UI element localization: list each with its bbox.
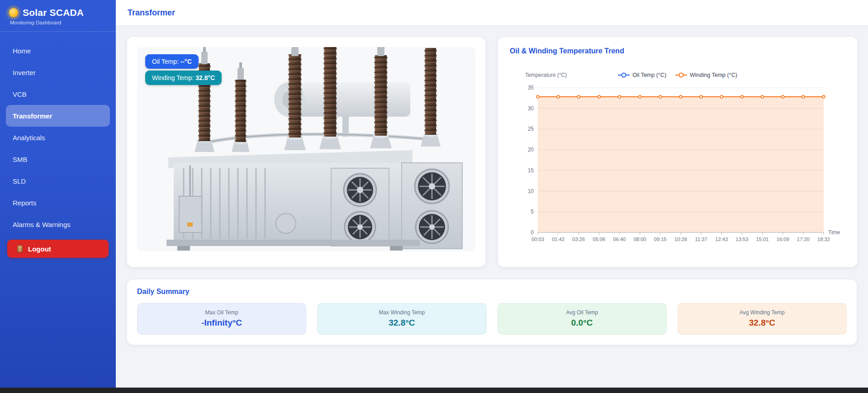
winding-temp-badge-value: 32.8°C — [195, 74, 215, 81]
main-area: Transformer — [116, 0, 868, 388]
stat-value: -Infinity°C — [142, 318, 301, 328]
legend-marker-icon — [618, 72, 630, 78]
winding-temp-badge: Winding Temp: 32.8°C — [145, 71, 222, 85]
temperature-chart: 0510152025303500:0301:4203:2605:0606:400… — [510, 81, 845, 251]
sidebar-item-inverter[interactable]: Inverter — [0, 62, 116, 83]
app-subtitle: Monitoring Dashboard — [10, 20, 107, 25]
daily-summary-title: Daily Summary — [137, 288, 847, 296]
trend-chart-svg: 0510152025303500:0301:4203:2605:0606:400… — [510, 81, 845, 250]
taskbar-strip — [0, 388, 868, 393]
svg-text:5: 5 — [531, 208, 534, 215]
logout-button[interactable]: Logout — [7, 240, 109, 258]
daily-summary-card: Daily Summary Max Oil Temp-Infinity°CMax… — [127, 279, 857, 345]
oil-temp-badge: Oil Temp: --°C — [145, 54, 199, 69]
stat-avg-winding-temp: Avg Winding Temp32.8°C — [678, 303, 847, 335]
temperature-trend-card: Oil & Winding Temperature Trend Temperat… — [498, 37, 858, 267]
svg-text:17:20: 17:20 — [797, 237, 810, 242]
stat-label: Max Oil Temp — [142, 309, 301, 316]
transformer-card: Oil Temp: --°C Winding Temp: 32.8°C — [127, 37, 486, 267]
door-icon — [17, 245, 23, 252]
app-title: Solar SCADA — [23, 7, 84, 18]
svg-text:10:28: 10:28 — [674, 237, 687, 242]
svg-text:09:15: 09:15 — [654, 237, 667, 242]
sun-icon — [9, 8, 18, 17]
sidebar-item-vcb[interactable]: VCB — [0, 83, 116, 105]
svg-text:18:32: 18:32 — [817, 237, 830, 242]
sidebar-item-sld[interactable]: SLD — [0, 170, 116, 192]
svg-text:30: 30 — [528, 105, 534, 112]
svg-text:15:01: 15:01 — [756, 237, 769, 242]
topbar: Transformer — [116, 0, 868, 26]
svg-text:06:40: 06:40 — [613, 237, 626, 242]
sidebar: Solar SCADA Monitoring Dashboard HomeInv… — [0, 0, 116, 388]
svg-text:08:00: 08:00 — [634, 237, 646, 242]
oil-temp-badge-label: Oil Temp: — [152, 58, 180, 65]
sidebar-item-smb[interactable]: SMB — [0, 148, 116, 170]
svg-text:25: 25 — [528, 126, 534, 132]
sidebar-item-home[interactable]: Home — [0, 40, 116, 62]
svg-text:03:26: 03:26 — [572, 237, 585, 242]
sidebar-item-analyticals[interactable]: Analyticals — [0, 127, 116, 148]
svg-text:35: 35 — [528, 85, 534, 91]
svg-text:20: 20 — [528, 147, 534, 153]
svg-text:12:43: 12:43 — [715, 237, 728, 242]
svg-text:01:42: 01:42 — [552, 237, 564, 242]
sidebar-item-reports[interactable]: Reports — [0, 192, 116, 213]
chart-title: Oil & Winding Temperature Trend — [510, 47, 845, 55]
stats-grid: Max Oil Temp-Infinity°CMax Winding Temp3… — [137, 303, 847, 335]
legend-item-oil-temp-c-[interactable]: Oil Temp (°C) — [618, 72, 666, 78]
stat-label: Avg Winding Temp — [683, 309, 842, 316]
logo-block: Solar SCADA Monitoring Dashboard — [0, 0, 116, 32]
svg-text:11:37: 11:37 — [695, 237, 707, 242]
winding-temp-badge-label: Winding Temp: — [152, 74, 195, 81]
stat-avg-oil-temp: Avg Oil Temp0.0°C — [498, 303, 667, 335]
stat-value: 32.8°C — [683, 318, 842, 328]
svg-text:10: 10 — [528, 188, 534, 194]
stat-label: Avg Oil Temp — [503, 309, 662, 316]
y-axis-title: Temperature (°C) — [525, 72, 567, 78]
sidebar-item-transformer[interactable]: Transformer — [6, 105, 110, 127]
svg-text:00:03: 00:03 — [531, 237, 544, 242]
legend-marker-icon — [675, 72, 687, 78]
sidebar-nav: HomeInverterVCBTransformerAnalyticalsSMB… — [0, 32, 116, 235]
page-title: Transformer — [128, 8, 175, 18]
logout-label: Logout — [28, 245, 51, 253]
stat-value: 32.8°C — [322, 318, 481, 328]
app-screen: Solar SCADA Monitoring Dashboard HomeInv… — [0, 0, 868, 393]
svg-text:13:53: 13:53 — [735, 237, 748, 242]
svg-text:Time: Time — [828, 229, 840, 236]
stat-max-winding-temp: Max Winding Temp32.8°C — [317, 303, 486, 335]
transformer-image-wrap: Oil Temp: --°C Winding Temp: 32.8°C — [137, 47, 475, 251]
content: Oil Temp: --°C Winding Temp: 32.8°C Oil … — [116, 26, 868, 345]
oil-temp-badge-value: --°C — [180, 58, 192, 65]
legend-item-winding-temp-c-[interactable]: Winding Temp (°C) — [675, 72, 737, 78]
chart-legend-row: Temperature (°C) Oil Temp (°C)Winding Te… — [510, 70, 845, 80]
sidebar-item-alarms-warnings[interactable]: Alarms & Warnings — [0, 213, 116, 235]
stat-value: 0.0°C — [503, 318, 662, 328]
svg-text:16:09: 16:09 — [777, 237, 789, 242]
stat-label: Max Winding Temp — [322, 309, 481, 316]
chart-legend: Oil Temp (°C)Winding Temp (°C) — [618, 72, 737, 78]
svg-text:05:06: 05:06 — [593, 237, 605, 242]
svg-text:15: 15 — [528, 167, 534, 174]
stat-max-oil-temp: Max Oil Temp-Infinity°C — [137, 303, 306, 335]
svg-text:0: 0 — [531, 229, 534, 236]
